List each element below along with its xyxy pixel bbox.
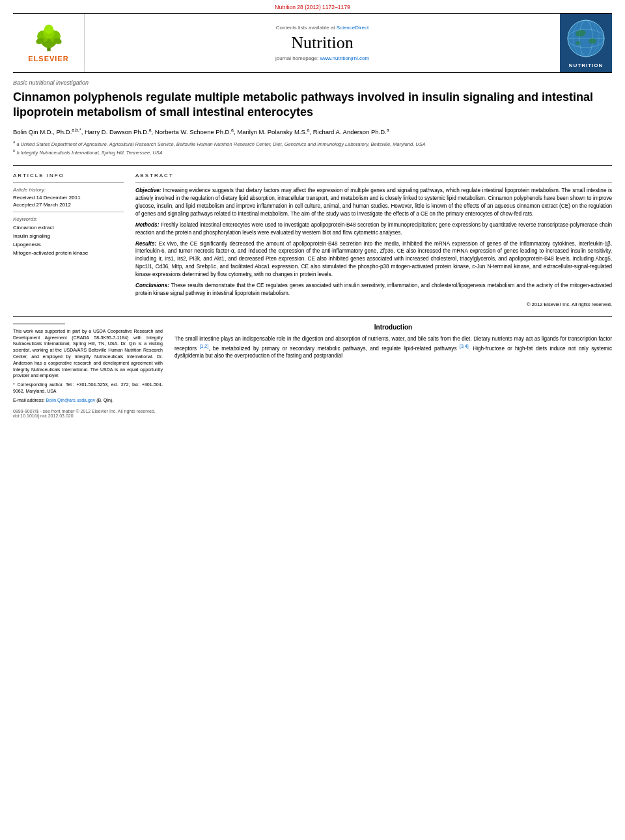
affiliation-a: a a United States Department of Agricult… bbox=[13, 139, 612, 148]
ref-1-2[interactable]: [1,2] bbox=[200, 344, 209, 348]
email-footnote: E-mail address: Bolin.Qin@ars.usda.gov (… bbox=[13, 397, 163, 404]
abstract-header: ABSTRACT bbox=[135, 173, 612, 178]
keywords-label: Keywords: bbox=[13, 216, 124, 222]
results-label: Results: bbox=[135, 241, 159, 247]
two-column-layout: ARTICLE INFO Article history: Received 1… bbox=[13, 165, 612, 307]
elsevier-brand: ELSEVIER bbox=[28, 55, 68, 63]
doi-text: doi:10.1016/j.nut.2012.03.020 bbox=[13, 413, 163, 418]
svg-point-15 bbox=[589, 38, 596, 44]
intro-col: Introduction The small intestine plays a… bbox=[174, 324, 612, 418]
conclusions-para: Conclusions: These results demonstrate t… bbox=[135, 282, 612, 298]
intro-title: Introduction bbox=[174, 324, 612, 331]
keyword-1: Cinnamon extract bbox=[13, 224, 124, 232]
citation-bar: Nutrition 28 (2012) 1172–1179 bbox=[0, 0, 625, 13]
results-para: Results: Ex vivo, the CE significantly d… bbox=[135, 240, 612, 279]
homepage-url[interactable]: www.nutritionjrnl.com bbox=[320, 55, 369, 61]
journal-center: Contents lists available at ScienceDirec… bbox=[85, 14, 560, 72]
bottom-section: This work was supported in part by a USD… bbox=[13, 317, 612, 418]
footnotes-col: This work was supported in part by a USD… bbox=[13, 324, 163, 418]
abstract-text: Objective: Increasing evidence suggests … bbox=[135, 187, 612, 298]
journal-title-header: Nutrition bbox=[291, 33, 353, 53]
copyright-line: © 2012 Elsevier Inc. All rights reserved… bbox=[135, 301, 612, 307]
cover-image-svg: NUTRITION bbox=[560, 14, 612, 72]
accepted-date: Accepted 27 March 2012 bbox=[13, 202, 124, 208]
received-date: Received 14 December 2011 bbox=[13, 195, 124, 201]
funding-footnote: This work was supported in part by a USD… bbox=[13, 328, 163, 379]
svg-point-16 bbox=[576, 41, 581, 45]
svg-text:NUTRITION: NUTRITION bbox=[569, 63, 604, 68]
keyword-2: Insulin signaling bbox=[13, 232, 124, 241]
authors-line: Bolin Qin M.D., Ph.D.a,b,*, Harry D. Daw… bbox=[13, 127, 612, 137]
article-type: Basic nutritional investigation bbox=[13, 79, 612, 86]
elsevier-logo: ELSEVIER bbox=[13, 14, 85, 72]
issn-text: 0899-9007/$ - see front matter © 2012 El… bbox=[13, 409, 163, 413]
methods-para: Methods: Freshly isolated intestinal ent… bbox=[135, 221, 612, 237]
corresponding-footnote: * Corresponding author. Tel.: +301-504-5… bbox=[13, 382, 163, 395]
article-title: Cinnamon polyphenols regulate multiple m… bbox=[13, 90, 612, 120]
journal-cover-image: NUTRITION bbox=[560, 14, 612, 72]
objective-para: Objective: Increasing evidence suggests … bbox=[135, 187, 612, 218]
issn-line: 0899-9007/$ - see front matter © 2012 El… bbox=[13, 409, 163, 418]
sciencedirect-link[interactable]: ScienceDirect bbox=[337, 25, 368, 31]
intro-para-1: The small intestine plays an indispensab… bbox=[174, 335, 612, 360]
objective-label: Objective: bbox=[135, 188, 163, 193]
methods-label: Methods: bbox=[135, 222, 161, 228]
article-body: Basic nutritional investigation Cinnamon… bbox=[13, 73, 612, 307]
sciencedirect-line: Contents lists available at ScienceDirec… bbox=[276, 25, 368, 31]
citation-text: Nutrition 28 (2012) 1172–1179 bbox=[275, 4, 350, 10]
elsevier-tree-icon bbox=[29, 23, 68, 53]
page-wrapper: Nutrition 28 (2012) 1172–1179 ELSEVIER C… bbox=[0, 0, 625, 840]
abstract-col: ABSTRACT Objective: Increasing evidence … bbox=[135, 173, 612, 307]
abstract-divider bbox=[135, 182, 612, 183]
contents-label: Contents lists available at bbox=[276, 25, 335, 31]
results-text: Ex vivo, the CE significantly decreased … bbox=[135, 241, 612, 278]
conclusions-text: These results demonstrate that the CE re… bbox=[135, 283, 612, 296]
footnote-divider bbox=[13, 324, 65, 324]
email-link[interactable]: Bolin.Qin@ars.usda.gov bbox=[46, 398, 96, 402]
keyword-3: Lipogenesis bbox=[13, 241, 124, 249]
divider-1 bbox=[13, 182, 124, 183]
homepage-line: journal homepage: www.nutritionjrnl.com bbox=[275, 55, 369, 61]
journal-header: ELSEVIER Contents lists available at Sci… bbox=[13, 13, 612, 73]
affiliations: a a United States Department of Agricult… bbox=[13, 139, 612, 156]
article-info-col: ARTICLE INFO Article history: Received 1… bbox=[13, 173, 124, 307]
divider-2 bbox=[13, 212, 124, 212]
article-info-header: ARTICLE INFO bbox=[13, 173, 124, 178]
ref-3-4[interactable]: [3,4] bbox=[460, 344, 469, 348]
keyword-4: Mitogen-activated protein kinase bbox=[13, 249, 124, 258]
conclusions-label: Conclusions: bbox=[135, 283, 171, 288]
methods-text: Freshly isolated intestinal enterocytes … bbox=[135, 222, 612, 236]
affiliation-b: b b Integrity Nutraceuticals Internation… bbox=[13, 148, 612, 156]
svg-point-5 bbox=[44, 25, 53, 34]
objective-text: Increasing evidence suggests that dietar… bbox=[135, 188, 612, 217]
history-label: Article history: bbox=[13, 187, 124, 193]
homepage-label: journal homepage: bbox=[275, 55, 318, 61]
